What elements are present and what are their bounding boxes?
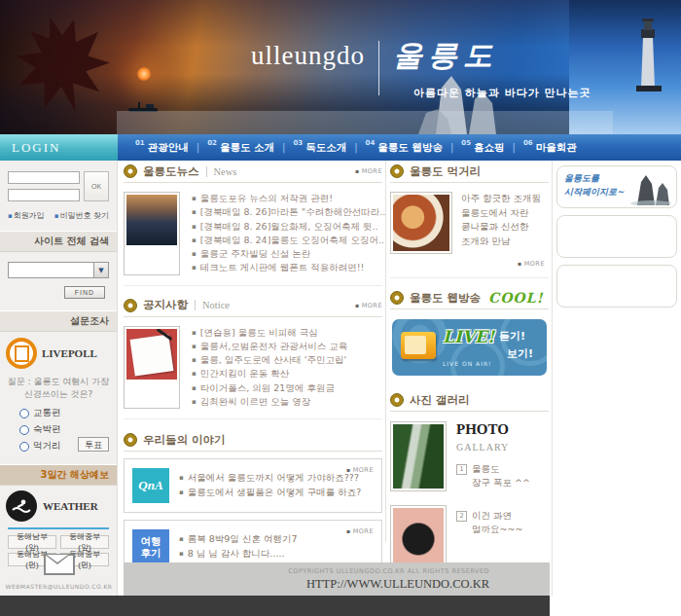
- qna-badge[interactable]: QnA: [132, 468, 169, 503]
- mail-icon[interactable]: [44, 554, 75, 575]
- coin-icon: [390, 164, 404, 178]
- webmaster-email[interactable]: WEBMASTER@ULLEUNDO.CO.KR: [0, 583, 118, 590]
- nav-item-webcast[interactable]: 04울릉도 웹방송: [358, 141, 450, 155]
- banner-placeholder[interactable]: [556, 215, 677, 258]
- bullet-icon: ▪: [192, 370, 197, 378]
- bullet-icon: ▪: [518, 260, 522, 267]
- start-page-banner-text: 울릉도를시작페이지로~: [564, 172, 625, 199]
- review-badge[interactable]: 여행후기: [132, 529, 169, 564]
- tv-icon: [401, 332, 436, 359]
- footer-url[interactable]: HTTP://WWW.ULLEUNDO.CO.KR: [306, 577, 489, 592]
- gallery-row: 2 이건 과연멀까요~~~: [390, 495, 549, 571]
- weather-region-button[interactable]: 동해중부(앞): [60, 535, 109, 549]
- login-ok-button[interactable]: OK: [84, 171, 109, 201]
- weather-icon: [6, 490, 37, 522]
- lighthouse-icon: [630, 18, 665, 99]
- notice-list: ▪[연습용] 울릉도 비피해 극심 ▪울릉서,모범운전자 관광서비스 교육 ▪울…: [192, 326, 347, 410]
- nav-label: 울릉도 소개: [220, 141, 274, 155]
- poll-option-transport[interactable]: 교통편: [19, 407, 111, 419]
- chevron-down-icon: ▼: [93, 263, 108, 277]
- login-tab[interactable]: LOGIN: [0, 134, 118, 161]
- news-more-link[interactable]: ▪MORE: [355, 167, 382, 175]
- nav-item-dokdo[interactable]: 03독도소개: [285, 141, 354, 155]
- gallery-caption[interactable]: 1 울릉도장구 폭포 ^^: [456, 462, 549, 490]
- notice-item[interactable]: ▪울릉, 일주도로에 산사태 '주민고립': [192, 353, 347, 367]
- notice-thumbnail[interactable]: [124, 326, 180, 410]
- nav-item-intro[interactable]: 02울릉도 소개: [199, 141, 282, 155]
- review-item[interactable]: ▪8 님 님 감사 합니다.....: [179, 546, 297, 561]
- listen-label: 듣기!: [499, 329, 525, 344]
- review-items: ▪롬복 8박9일 신혼 여행기7 ▪8 님 님 감사 합니다.....: [179, 531, 297, 561]
- photo-number-icon: 1: [456, 464, 467, 475]
- login-password-input[interactable]: [8, 189, 80, 201]
- news-thumbnail[interactable]: [124, 192, 180, 275]
- qna-more-link[interactable]: ▪MORE: [346, 466, 374, 474]
- signup-link[interactable]: ▪회원가입: [8, 210, 45, 221]
- weather-region-button[interactable]: 동해남부(앞): [8, 535, 56, 549]
- poll-options: 교통편 숙박편 먹거리 투표: [6, 407, 111, 453]
- radio-icon[interactable]: [19, 409, 29, 418]
- notice-item[interactable]: ▪김최완씨 이르면 오늘 영장: [192, 395, 347, 409]
- food-more-link[interactable]: ▪MORE: [518, 260, 545, 268]
- radio-icon[interactable]: [19, 442, 29, 452]
- notice-item[interactable]: ▪울릉서,모범운전자 관광서비스 교육: [192, 340, 347, 353]
- qna-item[interactable]: ▪서울에서 울릉도까지 어떻게 가야하죠???: [179, 470, 361, 485]
- poll-option-lodging[interactable]: 숙박편: [19, 423, 111, 436]
- nav-item-townhall[interactable]: 06마을회관: [516, 141, 585, 155]
- site-title-en: ulleungdo: [251, 41, 365, 71]
- sunset-sun: [136, 66, 152, 82]
- gallery-photo-mystery[interactable]: [390, 505, 447, 567]
- start-page-banner[interactable]: 울릉도를시작페이지로~: [556, 165, 677, 208]
- gallery-photo-waterfall[interactable]: [390, 421, 447, 491]
- nav-num: 04: [366, 139, 376, 147]
- live-webcast-banner[interactable]: LIVE! 듣기! 보기! LIVE ON AIR!: [392, 319, 547, 376]
- bullet-icon: ▪: [346, 466, 351, 473]
- nav-label: 관광안내: [148, 141, 189, 155]
- column-divider: [552, 161, 553, 596]
- nav-menu: 01관광안내 | 02울릉도 소개 | 03독도소개 | 04울릉도 웹방송 |…: [118, 134, 681, 161]
- login-form: OK: [0, 161, 117, 201]
- food-header: 울릉도 먹거리: [390, 161, 549, 183]
- news-item[interactable]: ▪[경북매일 8. 24]울릉도 오징어축제 오징어..: [192, 234, 385, 247]
- nav-item-tour[interactable]: 01관광안내: [127, 141, 197, 155]
- bullet-icon: ▪: [179, 550, 184, 558]
- photo-number-icon: 2: [456, 511, 467, 522]
- notice-more-link[interactable]: ▪MORE: [355, 302, 382, 309]
- search-category-select[interactable]: ▼: [8, 262, 109, 278]
- main-column: 울릉도뉴스 News ▪MORE ▪울릉도포유 뉴스의 저작권 관련! ▪[경북…: [124, 161, 382, 616]
- bullet-icon: ▪: [179, 474, 184, 482]
- weather-divider: [8, 527, 109, 529]
- bullet-icon: ▪: [179, 489, 184, 496]
- navbar: LOGIN 01관광안내 | 02울릉도 소개 | 03독도소개 | 04울릉도…: [0, 134, 681, 161]
- coin-icon: [390, 291, 404, 305]
- notice-item[interactable]: ▪민간지킴이 운동 확산: [192, 367, 347, 380]
- live-label: LIVE!: [443, 327, 495, 346]
- gallery-title: 사진 갤러리: [410, 393, 470, 408]
- hero-banner: ulleungdo 울릉도 아름다운 하늘과 바다가 만나는곳: [0, 0, 681, 134]
- bullet-icon: ▪: [192, 250, 197, 258]
- gallery-caption[interactable]: 2 이건 과연멀까요~~~: [456, 509, 522, 537]
- review-more-link[interactable]: ▪MORE: [346, 527, 374, 535]
- news-item[interactable]: ▪[경북매일 8. 26]마라톤 "수려한해안선따라..: [192, 205, 385, 219]
- find-password-link[interactable]: ▪비밀번호 찾기: [54, 210, 109, 221]
- livepoll-brand: LIVEPOLL: [42, 347, 97, 359]
- vote-button[interactable]: 투표: [78, 437, 109, 452]
- qna-item[interactable]: ▪울릉도에서 생필품은 어떻게 구매를 하죠?: [179, 485, 361, 499]
- banner-placeholder[interactable]: [556, 265, 677, 308]
- livepoll-icon: [6, 338, 37, 369]
- news-item[interactable]: ▪테크노트 게시판에 웹폰트 적용하려면!!: [192, 261, 385, 274]
- nav-item-shopping[interactable]: 05홈쇼핑: [453, 141, 512, 155]
- notice-item[interactable]: ▪[연습용] 울릉도 비피해 극심: [192, 326, 347, 340]
- login-id-input[interactable]: [8, 171, 80, 184]
- right-column: 울릉도 먹거리 아주 향긋한 조개찜 울릉도에서 자란 콩나물과 신선한 조개와…: [390, 161, 549, 571]
- hero-light-band: [117, 111, 613, 134]
- search-find-button[interactable]: FIND: [64, 286, 105, 299]
- news-item[interactable]: ▪[경북매일 8. 26]월요화제, 오징어축제 뒷..: [192, 220, 385, 234]
- news-item[interactable]: ▪울릉군 주차빌딩 신설 논란: [192, 247, 385, 261]
- notice-item[interactable]: ▪타이거폴스, 의원 21명에 후원금: [192, 381, 347, 395]
- news-item[interactable]: ▪울릉도포유 뉴스의 저작권 관련!: [192, 192, 385, 205]
- radio-icon[interactable]: [19, 425, 29, 435]
- site-title-ko: 울릉도: [393, 41, 498, 70]
- review-item[interactable]: ▪롬복 8박9일 신혼 여행기7: [179, 531, 297, 546]
- food-thumbnail[interactable]: [390, 192, 452, 254]
